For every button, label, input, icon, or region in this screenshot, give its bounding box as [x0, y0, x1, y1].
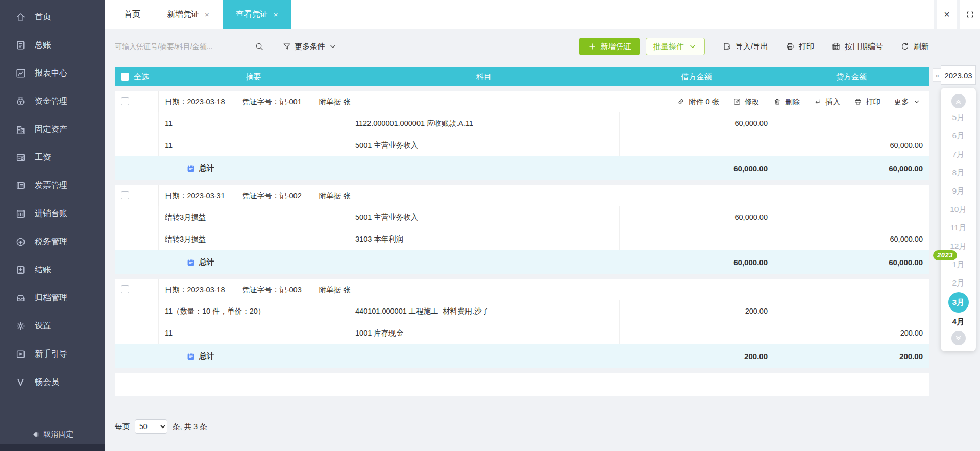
sidebar-item-invoice[interactable]: 发票管理 [0, 172, 105, 200]
voucher-table: 全选 摘要 科目 借方金额 贷方金额 日期：2023-03-18凭证字号：记-0… [115, 67, 929, 396]
table-footer-strip [115, 373, 929, 396]
trash-icon [773, 98, 781, 106]
account-cell: 5001 主营业务收入 [349, 206, 619, 228]
total-label: 总计 [199, 163, 214, 173]
batch-ops-button[interactable]: 批量操作 [646, 38, 705, 55]
row-checkbox[interactable] [121, 285, 129, 293]
voucher-group: 日期：2023-03-18凭证字号：记-003附单据 张11（数量：10 件，单… [115, 279, 929, 368]
voucher-date: 日期：2023-03-18 [165, 286, 225, 294]
row-checkbox[interactable] [121, 191, 129, 199]
number-by-date-label: 按日期编号 [845, 42, 883, 52]
debit-cell: 200.00 [619, 300, 774, 322]
double-chevron-up-icon [954, 97, 963, 106]
import-export-icon [722, 42, 731, 51]
total-icon [187, 164, 195, 173]
voucher-row: 115001 主营业务收入60,000.00 [115, 134, 929, 156]
scroll-months-up-button[interactable] [951, 94, 966, 108]
insert-icon [814, 98, 822, 106]
sidebar-item-trade-ledger[interactable]: 进销台账 [0, 200, 105, 228]
voucher-group-header: 日期：2023-03-31凭证字号：记-002附单据 张 [115, 185, 929, 206]
archive-icon [15, 293, 26, 303]
per-page-select[interactable]: 50 [135, 419, 167, 434]
sidebar-item-settings[interactable]: 设置 [0, 312, 105, 340]
sidebar-item-funds[interactable]: 资金管理 [0, 87, 105, 115]
sidebar-item-general-ledger[interactable]: 总账 [0, 31, 105, 59]
total-debit: 60,000.00 [619, 164, 774, 173]
voucher-number: 凭证字号：记-001 [242, 98, 302, 106]
current-period-label: 2023.03 [944, 71, 972, 80]
print-button[interactable]: 打印 [786, 42, 814, 52]
credit-cell: 200.00 [774, 322, 929, 344]
sidebar-item-member[interactable]: 畅会员 [0, 368, 105, 396]
invoice-icon [15, 180, 26, 191]
per-page-label: 每页 [115, 422, 130, 432]
import-export-label: 导入/导出 [736, 42, 768, 52]
sidebar-items: 首页总账报表中心资金管理固定资产工资发票管理进销台账税务管理结账归档管理设置新手… [0, 0, 105, 424]
select-all-checkbox[interactable] [121, 73, 129, 81]
sidebar-item-label: 首页 [35, 12, 51, 22]
month-nov[interactable]: 11月 [941, 219, 976, 237]
trade-icon [15, 208, 26, 219]
fullscreen-button[interactable] [960, 0, 980, 29]
print-button[interactable]: 打印 [854, 97, 880, 107]
attachment-button[interactable]: 附件 0 张 [677, 97, 719, 107]
sidebar-item-home[interactable]: 首页 [0, 3, 105, 31]
search-icon[interactable] [255, 42, 264, 51]
search-input[interactable] [115, 42, 242, 51]
edit-button[interactable]: 修改 [733, 97, 760, 107]
current-period-box[interactable]: 2023.03 [941, 65, 976, 85]
tab-label: 新增凭证 [167, 9, 200, 20]
month-apr[interactable]: 4月 [941, 313, 976, 331]
tab-home[interactable]: 首页 [111, 0, 154, 29]
unpin-button[interactable]: 取消固定 [0, 424, 105, 444]
insert-label: 插入 [825, 97, 840, 107]
unpin-icon [31, 430, 40, 439]
sidebar-item-salary[interactable]: 工资 [0, 144, 105, 172]
more-filters-button[interactable]: 更多条件 [282, 42, 337, 52]
sidebar-item-archive[interactable]: 归档管理 [0, 284, 105, 312]
sidebar-item-label: 设置 [35, 321, 51, 331]
total-credit: 60,000.00 [774, 258, 929, 267]
column-header-summary: 摘要 [158, 72, 349, 82]
import-export-button[interactable]: 导入/导出 [722, 42, 768, 52]
tab-view-voucher[interactable]: 查看凭证× [223, 0, 291, 29]
sidebar-item-report-center[interactable]: 报表中心 [0, 59, 105, 87]
number-by-date-button[interactable]: 按日期编号 [831, 42, 883, 52]
voucher-date: 日期：2023-03-18 [165, 98, 225, 106]
month-jun[interactable]: 6月 [941, 127, 976, 145]
delete-button[interactable]: 删除 [773, 97, 800, 107]
row-checkbox[interactable] [121, 97, 129, 105]
tax-icon [15, 236, 26, 247]
insert-button[interactable]: 插入 [814, 97, 840, 107]
tab-close-icon[interactable]: × [274, 10, 278, 19]
sidebar-item-tax[interactable]: 税务管理 [0, 228, 105, 256]
voucher-list: 日期：2023-03-18凭证字号：记-001附单据 张附件 0 张修改删除插入… [115, 91, 929, 368]
filter-icon [282, 42, 291, 51]
month-feb[interactable]: 2月 [941, 274, 976, 292]
voucher-row: 111001 库存现金200.00 [115, 322, 929, 344]
add-voucher-button[interactable]: 新增凭证 [579, 38, 640, 55]
month-mar[interactable]: 3月 [948, 292, 969, 313]
month-sep[interactable]: 9月 [941, 182, 976, 200]
printer-icon [786, 42, 795, 51]
scroll-months-down-button[interactable] [951, 331, 966, 345]
sidebar-item-fixed-assets[interactable]: 固定资产 [0, 115, 105, 144]
summary-cell: 结转3月损益 [158, 206, 349, 228]
voucher-attachment-note: 附单据 张 [319, 286, 351, 294]
month-aug[interactable]: 8月 [941, 163, 976, 182]
tab-close-icon[interactable]: × [205, 10, 209, 19]
sidebar-item-closing[interactable]: 结账 [0, 256, 105, 284]
plus-icon [587, 42, 597, 51]
close-window-button[interactable]: × [937, 0, 957, 29]
voucher-attachment-note: 附单据 张 [319, 192, 351, 200]
tab-new-voucher[interactable]: 新增凭证× [154, 0, 223, 29]
month-may[interactable]: 5月 [941, 108, 976, 127]
batch-ops-label: 批量操作 [653, 42, 684, 52]
more-label: 更多 [894, 97, 909, 107]
sidebar-item-guide[interactable]: 新手引导 [0, 340, 105, 368]
month-oct[interactable]: 10月 [941, 200, 976, 219]
sidebar-footer-strip [0, 444, 105, 451]
more-button[interactable]: 更多 [894, 97, 921, 107]
month-jul[interactable]: 7月 [941, 145, 976, 163]
refresh-button[interactable]: 刷新 [900, 42, 929, 52]
